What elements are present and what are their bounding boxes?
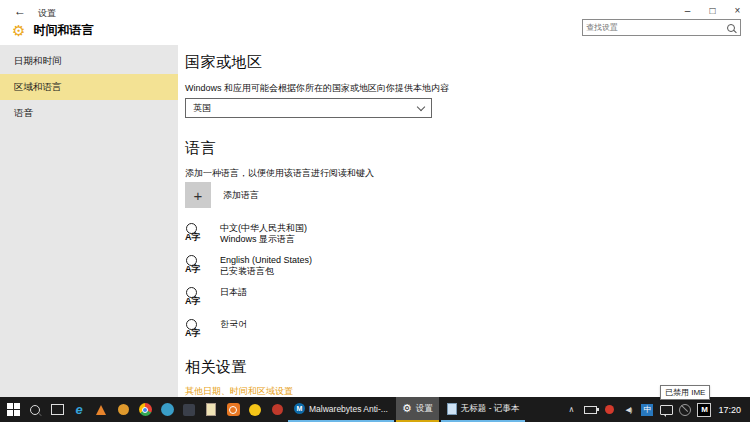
- search-icon[interactable]: [727, 24, 735, 32]
- pinned-app-yellow[interactable]: [244, 397, 266, 422]
- language-status: 已安装语言包: [220, 266, 312, 277]
- language-item-english[interactable]: A字 English (United States) 已安装语言包: [185, 255, 312, 287]
- add-language-button[interactable]: + 添加语言: [185, 182, 259, 208]
- document-icon: [206, 403, 216, 416]
- speaker-icon: ◀): [626, 406, 632, 414]
- app-icon: [272, 404, 283, 415]
- sidebar-item-speech[interactable]: 语音: [0, 100, 178, 126]
- language-item-korean[interactable]: A字 한국어: [185, 319, 312, 351]
- taskbar-app-label: 无标题 - 记事本: [461, 403, 520, 415]
- page-header: ⚙ 时间和语言: [12, 22, 93, 39]
- taskbar-app-notepad[interactable]: 无标题 - 记事本: [441, 397, 526, 422]
- close-button[interactable]: ×: [725, 0, 750, 20]
- maximize-button[interactable]: □: [700, 0, 725, 20]
- chevron-up-icon: ∧: [569, 405, 575, 414]
- gear-icon: ⚙: [12, 23, 25, 38]
- taskbar-app-label: Malwarebytes Anti-...: [309, 404, 388, 414]
- taskbar-clock[interactable]: 17:20: [718, 405, 741, 415]
- chinese-ime-icon: 中: [641, 404, 653, 416]
- start-button[interactable]: [2, 397, 24, 422]
- sidebar: 日期和时间 区域和语言 语音: [0, 45, 178, 397]
- battery-tray-icon[interactable]: [582, 397, 598, 422]
- action-center-button[interactable]: [658, 397, 674, 422]
- language-status: Windows 显示语言: [220, 234, 307, 245]
- app-icon: [118, 404, 129, 415]
- ime-disabled-icon: [679, 404, 691, 416]
- taskbar-search-button[interactable]: [24, 397, 46, 422]
- pinned-app-orange[interactable]: [112, 397, 134, 422]
- pinned-app-dark[interactable]: [178, 397, 200, 422]
- chrome-icon: [139, 403, 152, 416]
- show-hidden-icons-button[interactable]: ∧: [563, 397, 579, 422]
- country-heading: 国家或地区: [185, 53, 263, 72]
- related-settings-heading: 相关设置: [185, 358, 247, 377]
- language-icon: A字: [185, 287, 207, 309]
- security-tray-icon[interactable]: [601, 397, 617, 422]
- app-icon: [183, 404, 195, 416]
- language-list: A字 中文(中华人民共和国) Windows 显示语言 A字 English (…: [185, 223, 312, 351]
- task-view-icon: [51, 404, 64, 415]
- taskbar-app-label: 设置: [416, 403, 433, 415]
- pinned-edge[interactable]: e: [68, 397, 90, 422]
- pinned-app-teal[interactable]: [156, 397, 178, 422]
- language-name: English (United States): [220, 255, 312, 266]
- back-icon[interactable]: ←: [14, 4, 26, 18]
- windows-logo-icon: [7, 403, 20, 416]
- taskbar: e M Malwarebytes Anti-... ⚙ 设置 无标题 - 记事本…: [0, 397, 750, 422]
- language-icon: A字: [185, 223, 207, 245]
- language-description: 添加一种语言，以便使用该语言进行阅读和键入: [185, 167, 374, 180]
- app-icon: [249, 404, 261, 416]
- settings-window: ← 设置 – □ × ⚙ 时间和语言 日期和时间 区域和语言 语音 国家或地区 …: [0, 0, 750, 397]
- system-tray: ∧ ◀) 中 M 17:20: [563, 397, 750, 422]
- language-name: 한국어: [220, 319, 247, 330]
- minimize-button[interactable]: –: [675, 0, 700, 20]
- task-view-button[interactable]: [46, 397, 68, 422]
- battery-icon: [584, 406, 597, 414]
- taskbar-app-settings[interactable]: ⚙ 设置: [396, 397, 439, 422]
- notification-bubble-icon: [660, 405, 673, 415]
- page-title: 时间和语言: [33, 22, 93, 39]
- pinned-app-document[interactable]: [200, 397, 222, 422]
- plus-icon: +: [185, 182, 211, 208]
- ime-mode-icon: M: [697, 403, 711, 417]
- app-icon: [227, 403, 240, 416]
- app-icon: [161, 403, 174, 416]
- language-heading: 语言: [185, 139, 216, 158]
- sidebar-item-date-time[interactable]: 日期和时间: [0, 48, 178, 74]
- vlc-cone-icon: [96, 405, 106, 415]
- search-icon: [30, 405, 40, 415]
- edge-icon: e: [75, 403, 82, 416]
- pinned-app-orange-square[interactable]: [222, 397, 244, 422]
- window-controls: – □ ×: [675, 0, 750, 20]
- language-name: 日本語: [220, 287, 247, 298]
- search-box[interactable]: [582, 19, 741, 36]
- chevron-down-icon: [417, 102, 425, 110]
- volume-tray-icon[interactable]: ◀): [620, 397, 636, 422]
- pinned-app-red[interactable]: [266, 397, 288, 422]
- taskbar-app-malwarebytes[interactable]: M Malwarebytes Anti-...: [288, 397, 394, 422]
- search-input[interactable]: [583, 20, 727, 35]
- app-title: 设置: [38, 7, 56, 20]
- language-item-chinese[interactable]: A字 中文(中华人民共和国) Windows 显示语言: [185, 223, 312, 255]
- language-icon: A字: [185, 319, 207, 341]
- country-dropdown[interactable]: 英国: [185, 98, 432, 118]
- language-name: 中文(中华人民共和国): [220, 223, 307, 234]
- malwarebytes-icon: M: [294, 403, 305, 414]
- ime-tooltip-text: 已禁用 IME: [665, 387, 705, 398]
- ime-tooltip: 已禁用 IME: [660, 385, 710, 400]
- pinned-chrome[interactable]: [134, 397, 156, 422]
- pinned-vlc[interactable]: [90, 397, 112, 422]
- notepad-icon: [447, 403, 457, 415]
- sidebar-item-region-language[interactable]: 区域和语言: [0, 74, 178, 100]
- ime-mode-tray-icon[interactable]: M: [696, 397, 712, 422]
- add-language-label: 添加语言: [223, 189, 259, 202]
- country-dropdown-value: 英国: [193, 102, 418, 115]
- shield-icon: [605, 405, 614, 414]
- country-description: Windows 和应用可能会根据你所在的国家或地区向你提供本地内容: [185, 82, 449, 95]
- ime-chinese-tray-icon[interactable]: 中: [639, 397, 655, 422]
- main-content: 国家或地区 Windows 和应用可能会根据你所在的国家或地区向你提供本地内容 …: [185, 45, 750, 397]
- language-icon: A字: [185, 255, 207, 277]
- language-item-japanese[interactable]: A字 日本語: [185, 287, 312, 319]
- gear-icon: ⚙: [402, 403, 412, 414]
- ime-disabled-tray-icon[interactable]: [677, 397, 693, 422]
